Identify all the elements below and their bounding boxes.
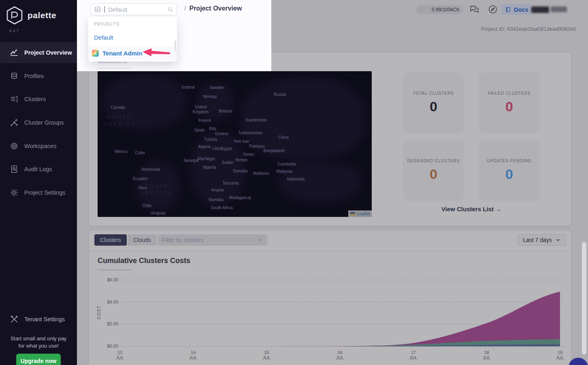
switcher-value: Default (108, 6, 164, 13)
stat-label: DEGRADED CLUSTERS (407, 159, 460, 163)
x-tick-label: 16JUL (328, 350, 352, 361)
tour-annotation-arrow (141, 47, 171, 58)
continent-label: NORTH AMERICA (103, 114, 136, 127)
compass-icon[interactable] (488, 4, 498, 15)
chevron-down-icon (555, 237, 561, 243)
map-label: Greece (215, 132, 228, 136)
doc-search-icon (10, 165, 19, 174)
area-series-top-magenta (120, 292, 560, 346)
map-label: Tunisia (204, 137, 217, 142)
map-label: Turkmenistan (238, 131, 262, 136)
map-label: Sudan (222, 160, 233, 165)
map-label: Senegal (183, 158, 198, 163)
map-label: Venezuela (141, 167, 160, 172)
text-cursor (104, 6, 105, 13)
sidebar-item-tenant-settings[interactable]: Tenant Settings (0, 310, 77, 329)
map-label: Russia (274, 92, 286, 97)
map-label: Kazakhstan (246, 118, 267, 123)
map-label: Oman (243, 152, 254, 157)
map-label: Ecuador (133, 176, 148, 181)
sidebar-item-label: Clusters (24, 96, 46, 102)
stat-value: 0 (505, 167, 513, 181)
tab-clouds[interactable]: Clouds (128, 234, 157, 246)
network-icon (10, 118, 19, 127)
sidebar-item-cluster-groups[interactable]: Cluster Groups (0, 112, 77, 133)
upgrade-now-button[interactable]: Upgrade now (16, 354, 61, 365)
book-icon (505, 6, 511, 13)
divider (89, 251, 571, 251)
sidebar-item-project-overview[interactable]: Project Overview (0, 42, 77, 63)
world-map[interactable]: NORTH AMERICASOUTH AMERICAIcelandSwedenN… (98, 71, 372, 217)
map-label: Algeria (198, 144, 211, 149)
map-label: Iraq (234, 139, 241, 144)
logo[interactable]: palette (6, 6, 56, 25)
palette-logo-icon (6, 6, 23, 25)
map-label: South Africa (211, 206, 233, 210)
sidebar-item-project-settings[interactable]: Project Settings (0, 182, 77, 203)
map-label: Angola (211, 188, 224, 193)
usage-pill[interactable]: 0.99/100kCh (416, 5, 463, 14)
chat-icon[interactable] (469, 4, 479, 15)
sidebar-item-workspaces[interactable]: Workspaces (0, 136, 77, 157)
tools-icon (10, 315, 19, 324)
docs-button[interactable]: Docs (501, 4, 532, 15)
map-label: Chile (142, 204, 151, 208)
project-id-label: Project ID: 6342eab2faa0813ead9082e0 (481, 26, 576, 32)
map-label: Madagascar (229, 195, 251, 200)
redacted-user-info (531, 6, 549, 13)
stat-card-failed-clusters: FAILED CLUSTERS0 (480, 73, 539, 132)
sidebar-item-audit-logs[interactable]: Audit Logs (0, 159, 77, 180)
breadcrumb: / Project Overview (184, 5, 242, 12)
project-option-default[interactable]: Default (94, 34, 113, 41)
stat-card-degraded-clusters: DEGRADED CLUSTERS0 (404, 140, 463, 199)
project-switcher-input[interactable]: Default (90, 3, 177, 15)
sidebar-item-label: Profiles (24, 73, 44, 79)
title-underline (98, 270, 132, 270)
tab-clusters[interactable]: Clusters (94, 234, 127, 246)
map-label: Norway (203, 94, 217, 99)
cluster-stats: TOTAL CLUSTERS0FAILED CLUSTERS0DEGRADED … (404, 73, 539, 199)
stat-card-total-clusters: TOTAL CLUSTERS0 (404, 73, 463, 132)
promo-text: Start small and only pay for what you us… (0, 335, 77, 350)
dropdown-scrollbar[interactable] (175, 40, 176, 52)
map-label: Sweden (210, 85, 224, 90)
leaflet-label: Leaflet (357, 211, 370, 216)
layers-icon (10, 72, 19, 81)
y-tick-label: $2.00 (99, 321, 118, 326)
docs-label: Docs (514, 6, 528, 13)
date-range-select[interactable]: Last 7 days (517, 234, 567, 246)
page-scrollbar[interactable] (582, 242, 586, 354)
map-label: Cuba (135, 151, 145, 155)
y-tick-label: $4.00 (99, 299, 118, 304)
map-label: Tanzania (222, 181, 239, 186)
sidebar-item-label: Audit Logs (24, 166, 52, 172)
breadcrumb-label: Project Overview (189, 5, 242, 12)
sidebar-item-profiles[interactable]: Profiles (0, 66, 77, 87)
map-label: Italy (209, 126, 216, 131)
map-label: Libya (212, 146, 222, 151)
tenant-admin-icon (92, 50, 99, 57)
sidebar-item-label: Workspaces (24, 143, 57, 149)
map-attribution[interactable]: Leaflet (348, 210, 372, 217)
map-label: Cambodia (277, 162, 296, 167)
map-label: Peru (138, 186, 147, 191)
sidebar-item-label: Cluster Groups (24, 119, 64, 126)
gear-icon (10, 188, 19, 197)
x-tick-label: 13JUL (108, 350, 132, 361)
view-clusters-list-link[interactable]: View Clusters List → (404, 206, 539, 212)
map-label: Uruguay (151, 211, 166, 216)
map-label: Somalia (233, 169, 247, 174)
map-label: Maldives (253, 171, 269, 176)
map-label: Bangladesh (264, 149, 285, 153)
map-label: Spain (194, 128, 205, 133)
x-tick-label: 19JUL (548, 350, 572, 361)
search-icon (167, 6, 173, 13)
stat-value: 0 (505, 100, 513, 113)
sidebar-item-label: Project Settings (24, 189, 66, 196)
version-label: 4.4.7 (9, 28, 19, 33)
filter-by-clusters-select[interactable]: Filter by clusters (158, 234, 267, 246)
breadcrumb-slash: / (184, 5, 186, 12)
map-label: Egypt (221, 146, 232, 151)
sidebar-item-clusters[interactable]: Clusters (0, 89, 77, 110)
map-label: Nigeria (203, 165, 216, 170)
